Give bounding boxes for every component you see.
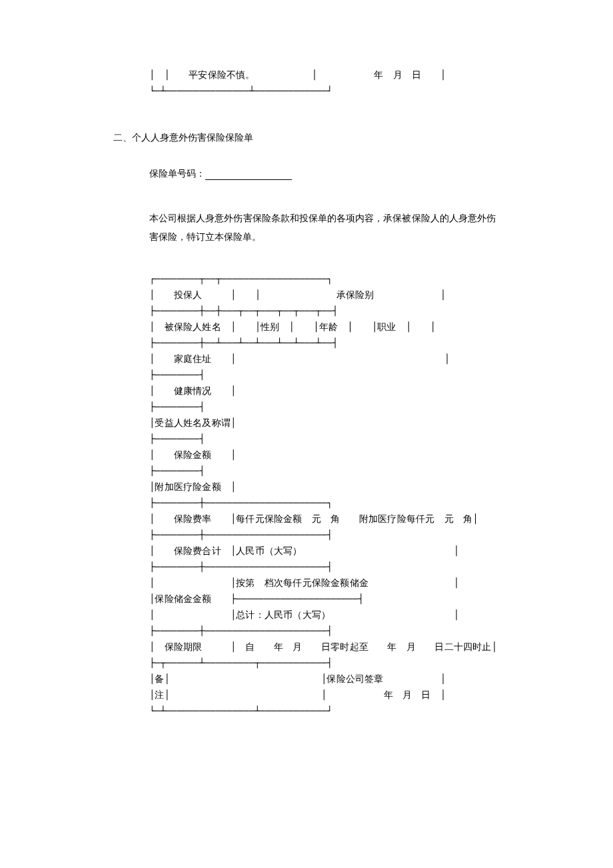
policy-number-label: 保险单号码：	[149, 169, 205, 179]
section-title: 二、个人人身意外伤害保险保险单	[113, 132, 500, 144]
main-form-table: ┌────────┬──┬───────────────────┐ │ 投保人 …	[149, 271, 500, 719]
policy-number-blank	[205, 171, 292, 180]
policy-number-row: 保险单号码：	[149, 168, 500, 180]
top-fragment-table: │ │ 平安保险不慎。 │ 年 月 日 │ └─┴───────────────…	[149, 67, 500, 99]
intro-paragraph: 本公司根据人身意外伤害保险条款和投保单的各项内容，承保被保险人的人身意外伤害保险…	[149, 209, 496, 247]
